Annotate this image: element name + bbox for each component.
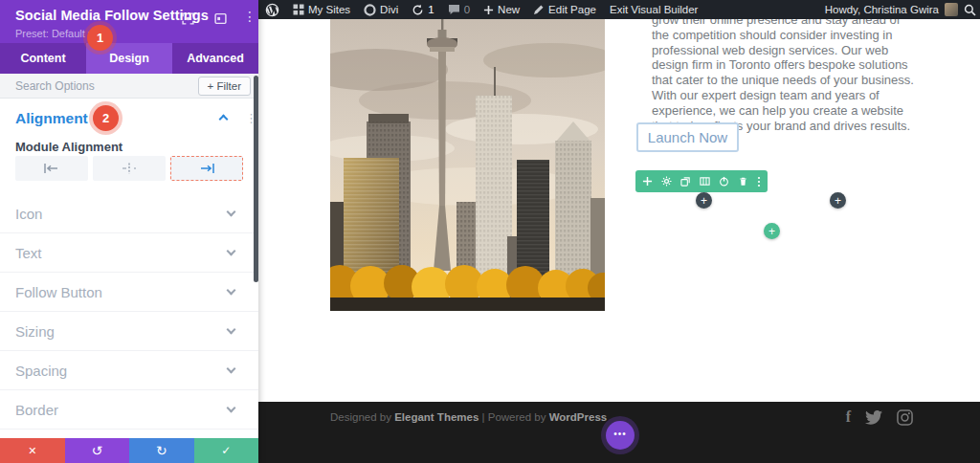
align-center-icon bbox=[120, 163, 139, 174]
user-avatar[interactable] bbox=[945, 3, 958, 16]
intro-paragraph[interactable]: grow their online presence and stay ahea… bbox=[652, 12, 916, 133]
comments-icon bbox=[448, 4, 460, 15]
panel-title: Social Media Follow Settings bbox=[15, 8, 209, 23]
panel-scrollbar[interactable] bbox=[254, 76, 258, 282]
chevron-down-icon bbox=[227, 247, 236, 256]
section-text[interactable]: Text bbox=[0, 233, 258, 273]
tab-advanced[interactable]: Advanced bbox=[172, 43, 258, 74]
preset-selector[interactable]: Preset: Default ▾ bbox=[15, 28, 93, 40]
comments-menu[interactable]: 0 bbox=[441, 0, 477, 19]
page-preview: grow their online presence and stay ahea… bbox=[258, 0, 980, 402]
toronto-skyline-image[interactable] bbox=[330, 14, 605, 311]
module-alignment-control bbox=[15, 156, 243, 181]
section-icon[interactable]: Icon bbox=[0, 194, 258, 233]
save-button[interactable]: ✓ bbox=[194, 438, 259, 463]
chevron-down-icon bbox=[227, 208, 236, 217]
module-toolbar bbox=[635, 170, 768, 192]
edit-page-label: Edit Page bbox=[548, 4, 596, 15]
twitter-icon[interactable] bbox=[865, 410, 882, 425]
save-to-library-grid-icon[interactable] bbox=[700, 176, 710, 187]
module-settings-panel: Social Media Follow Settings Preset: Def… bbox=[0, 0, 258, 463]
divi-icon bbox=[364, 4, 376, 16]
footer-credits: Designed by Elegant Themes | Powered by … bbox=[330, 411, 607, 423]
redo-button[interactable]: ↻ bbox=[129, 438, 194, 463]
credits-separator: | bbox=[482, 411, 485, 423]
panel-options-kebab-icon[interactable]: ⋮ bbox=[243, 10, 256, 23]
chevron-down-icon bbox=[227, 364, 236, 374]
align-center-button[interactable] bbox=[93, 156, 166, 181]
wordpress-link[interactable]: WordPress bbox=[549, 411, 608, 423]
divi-visual-builder: grow their online presence and stay ahea… bbox=[0, 0, 980, 463]
wordpress-logo-icon[interactable] bbox=[258, 0, 286, 19]
updates-icon bbox=[412, 4, 424, 16]
tab-content[interactable]: Content bbox=[0, 43, 86, 74]
section-follow-button[interactable]: Follow Button bbox=[0, 273, 258, 312]
step-badge-1: 1 bbox=[87, 25, 113, 51]
divi-label: Divi bbox=[380, 4, 398, 15]
delete-module-trash-icon[interactable] bbox=[738, 176, 748, 187]
focus-mode-icon[interactable] bbox=[182, 11, 194, 29]
chevron-down-icon bbox=[227, 286, 236, 296]
howdy-account-menu[interactable]: Howdy, Christina Gwira bbox=[825, 4, 939, 15]
search-options-row: + Filter bbox=[0, 74, 258, 99]
panel-tabs: Content Design Advanced bbox=[0, 43, 258, 74]
launch-now-button[interactable]: Launch Now bbox=[636, 122, 739, 152]
section-sizing[interactable]: Sizing bbox=[0, 312, 258, 351]
align-left-icon bbox=[42, 163, 61, 174]
disable-module-power-icon[interactable] bbox=[719, 176, 729, 187]
align-right-icon bbox=[197, 163, 216, 174]
chevron-down-icon bbox=[227, 325, 236, 335]
edit-page-menu[interactable]: Edit Page bbox=[526, 0, 603, 19]
alignment-section-header[interactable]: Alignment ⋮ bbox=[0, 99, 258, 137]
powered-by-text: Powered by bbox=[488, 411, 546, 423]
ellipsis-dots: ••• bbox=[613, 429, 627, 439]
instagram-icon[interactable] bbox=[897, 409, 913, 426]
section-spacing[interactable]: Spacing bbox=[0, 351, 258, 390]
facebook-icon[interactable]: f bbox=[846, 408, 851, 426]
footer-social-links: f bbox=[846, 408, 913, 426]
my-sites-menu[interactable]: My Sites bbox=[286, 0, 357, 19]
pencil-icon bbox=[533, 4, 545, 15]
site-footer: Designed by Elegant Themes | Powered by … bbox=[258, 402, 980, 463]
module-settings-gear-icon[interactable] bbox=[661, 176, 672, 187]
discard-button[interactable]: ✕ bbox=[0, 438, 65, 463]
search-options-input[interactable] bbox=[15, 77, 188, 96]
section-border[interactable]: Border bbox=[0, 390, 258, 430]
new-label: New bbox=[498, 4, 520, 15]
duplicate-module-icon[interactable] bbox=[680, 176, 691, 187]
wp-admin-bar: My Sites Divi 1 0 New bbox=[258, 0, 980, 19]
elegant-themes-link[interactable]: Elegant Themes bbox=[394, 411, 479, 423]
panel-header: Social Media Follow Settings Preset: Def… bbox=[0, 0, 258, 43]
updates-count: 1 bbox=[428, 4, 434, 15]
settings-accordion: Icon Text Follow Button Sizing Spacing B… bbox=[0, 194, 258, 430]
skyline-illustration bbox=[330, 14, 605, 311]
new-content-menu[interactable]: New bbox=[477, 0, 526, 19]
undo-button[interactable]: ↺ bbox=[65, 438, 130, 463]
align-right-button[interactable] bbox=[170, 156, 243, 181]
dock-panel-icon[interactable] bbox=[214, 11, 227, 29]
add-row-button[interactable]: + bbox=[696, 192, 712, 209]
panel-action-buttons: ✕ ↺ ↻ ✓ bbox=[0, 438, 258, 463]
add-module-button[interactable]: + bbox=[764, 223, 780, 239]
module-alignment-label: Module Alignment bbox=[15, 140, 122, 154]
my-sites-label: My Sites bbox=[308, 4, 350, 15]
page-settings-ellipsis-button[interactable]: ••• bbox=[606, 421, 635, 450]
comments-count: 0 bbox=[464, 4, 470, 15]
my-sites-icon bbox=[293, 4, 304, 15]
module-more-options-kebab-icon[interactable] bbox=[757, 176, 761, 187]
add-column-button[interactable]: + bbox=[830, 192, 846, 209]
add-module-icon[interactable] bbox=[642, 176, 653, 187]
exit-visual-builder-link[interactable]: Exit Visual Builder bbox=[603, 0, 704, 19]
chevron-down-icon bbox=[227, 404, 236, 413]
step-badge-2: 2 bbox=[93, 105, 119, 131]
align-left-button[interactable] bbox=[15, 156, 88, 181]
designed-by-text: Designed by bbox=[330, 411, 391, 423]
chevron-up-icon bbox=[219, 115, 229, 124]
plus-icon bbox=[483, 5, 494, 15]
alignment-section-title: Alignment bbox=[15, 110, 88, 127]
adminbar-search-icon[interactable] bbox=[964, 4, 976, 16]
exit-visual-builder-label: Exit Visual Builder bbox=[610, 4, 698, 15]
filter-button[interactable]: + Filter bbox=[198, 77, 251, 96]
updates-menu[interactable]: 1 bbox=[405, 0, 440, 19]
divi-menu[interactable]: Divi bbox=[357, 0, 405, 19]
